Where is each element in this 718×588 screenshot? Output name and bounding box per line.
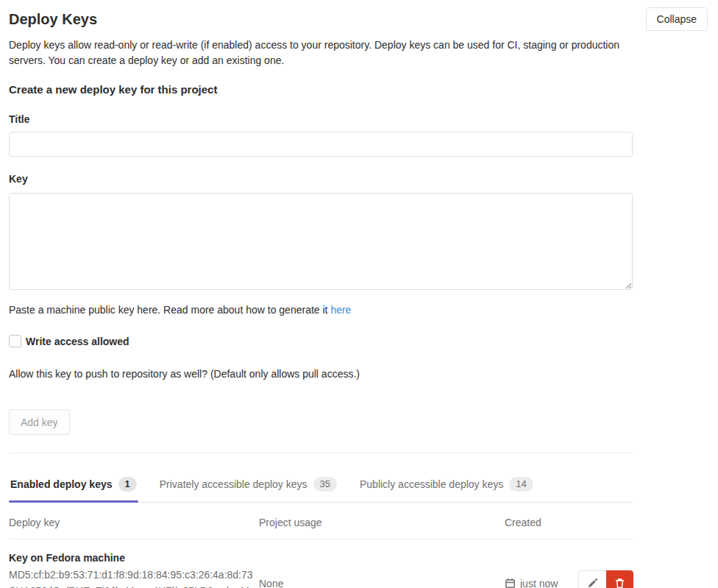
created-cell: just now: [505, 578, 578, 588]
tab-count-badge: 35: [313, 477, 337, 492]
project-usage-cell: None: [259, 578, 505, 588]
fingerprint-sha256: SHA256:lGx/RHEsEi9JkxMnvw4HZl/e25LD0wphm…: [9, 585, 249, 588]
key-textarea[interactable]: [9, 193, 633, 290]
add-key-button[interactable]: Add key: [9, 409, 70, 435]
tab-label: Privately accessible deploy keys: [160, 478, 308, 490]
page-header: Deploy Keys Collapse: [9, 7, 708, 31]
write-access-checkbox[interactable]: [9, 335, 21, 347]
key-hint-text: Paste a machine public key here. Read mo…: [9, 304, 330, 316]
deploy-keys-description: Deploy keys allow read-only or read-writ…: [9, 38, 633, 68]
table-row: Key on Fedora machine MD5:cf:b2:b9:53:71…: [9, 539, 633, 588]
column-header-created: Created: [505, 517, 578, 528]
tab-enabled-deploy-keys[interactable]: Enabled deploy keys 1: [9, 468, 138, 502]
form-heading: Create a new deploy key for this project: [9, 82, 708, 97]
tab-publicly-accessible-deploy-keys[interactable]: Publicly accessible deploy keys 14: [358, 468, 535, 502]
table-header-row: Deploy key Project usage Created: [9, 503, 633, 539]
tab-count-badge: 1: [118, 477, 137, 492]
write-access-help: Allow this key to push to repository as …: [9, 366, 708, 381]
write-access-row: Write access allowed: [9, 335, 708, 347]
new-deploy-key-form: Create a new deploy key for this project…: [9, 82, 708, 435]
key-label: Key: [9, 171, 708, 186]
page-title: Deploy Keys: [9, 9, 97, 29]
tab-privately-accessible-deploy-keys[interactable]: Privately accessible deploy keys 35: [158, 468, 338, 502]
tab-count-badge: 14: [509, 477, 533, 492]
created-timestamp: just now: [520, 578, 558, 588]
row-actions: [578, 570, 633, 588]
deploy-key-cell: Key on Fedora machine MD5:cf:b2:b9:53:71…: [9, 551, 259, 588]
deploy-key-fingerprints: MD5:cf:b2:b9:53:71:d1:f8:9d:18:84:95:c3:…: [9, 567, 259, 588]
column-header-deploy-key: Deploy key: [9, 517, 259, 528]
write-access-label[interactable]: Write access allowed: [26, 336, 129, 347]
calendar-icon: [505, 578, 516, 588]
collapse-button[interactable]: Collapse: [646, 7, 708, 31]
title-input[interactable]: [9, 132, 633, 157]
deploy-keys-tabs: Enabled deploy keys 1 Privately accessib…: [9, 468, 633, 503]
pencil-icon: [587, 578, 598, 588]
title-label: Title: [9, 112, 708, 127]
deploy-keys-table: Deploy key Project usage Created Key on …: [9, 503, 633, 588]
column-header-project-usage: Project usage: [259, 517, 505, 528]
trash-icon: [614, 578, 625, 588]
deploy-key-title: Key on Fedora machine: [9, 551, 259, 565]
tab-label: Publicly accessible deploy keys: [360, 478, 503, 490]
section-divider: [9, 453, 633, 453]
delete-key-button[interactable]: [606, 570, 633, 588]
generate-key-link[interactable]: here: [330, 304, 351, 316]
key-hint: Paste a machine public key here. Read mo…: [9, 302, 708, 317]
edit-key-button[interactable]: [578, 570, 607, 588]
tab-label: Enabled deploy keys: [10, 478, 113, 490]
fingerprint-md5: MD5:cf:b2:b9:53:71:d1:f8:9d:18:84:95:c3:…: [9, 569, 253, 581]
